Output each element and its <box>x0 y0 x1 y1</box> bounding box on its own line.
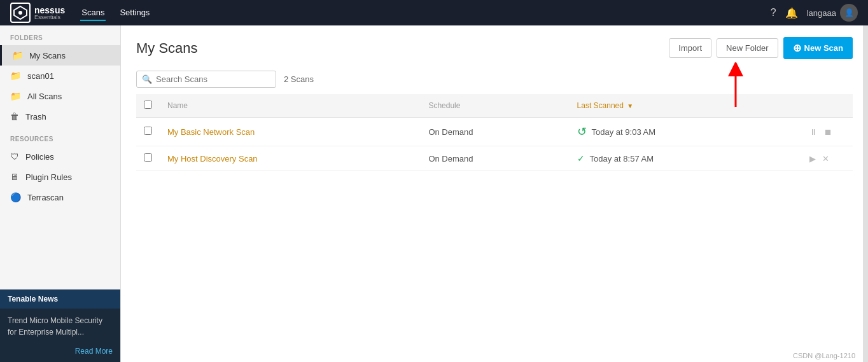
col-schedule: Schedule <box>421 94 569 118</box>
footer: CSDN @Lang-1210 <box>121 349 868 362</box>
scan-schedule-0: On Demand <box>421 118 569 146</box>
main-content: My Scans Import New Folder ⊕ New Scan 🔍 … <box>121 25 868 362</box>
stop-button-0[interactable]: ⏹ <box>824 127 832 137</box>
table-header-row: Name Schedule Last Scanned ▼ <box>136 94 853 118</box>
row-checkbox-0[interactable] <box>144 127 152 135</box>
import-button[interactable]: Import <box>669 38 711 58</box>
plugin-icon: 🖥 <box>10 172 19 182</box>
logo-name: nessus <box>34 6 65 15</box>
sidebar-item-scan01[interactable]: 📁 scan01 <box>0 66 120 86</box>
terrascan-icon: 🔵 <box>10 192 21 202</box>
scan-count: 2 Scans <box>284 74 314 84</box>
svg-point-1 <box>18 11 22 15</box>
sidebar-label-scan01: scan01 <box>27 71 54 81</box>
page-title: My Scans <box>136 40 198 57</box>
search-icon: 🔍 <box>142 74 152 84</box>
table-row: My Host Discovery ScanOn Demand✓Today at… <box>136 146 853 171</box>
logo-icon <box>10 3 31 23</box>
shield-icon: 🛡 <box>10 151 19 162</box>
tenable-news: Tenable News Trend Micro Mobile Security… <box>0 289 120 362</box>
status-running-icon-0: ↺ <box>577 125 587 139</box>
status-done-icon-1: ✓ <box>577 153 585 164</box>
logo[interactable]: nessus Essentials <box>10 3 65 23</box>
sidebar-label-allscans: All Scans <box>27 92 62 101</box>
trash-icon: 🗑 <box>10 111 19 122</box>
topnav: nessus Essentials Scans Settings ? 🔔 lan… <box>0 0 868 25</box>
select-all-checkbox[interactable] <box>144 101 152 109</box>
username: langaaa <box>807 8 836 18</box>
sidebar-label-myscans: My Scans <box>29 51 66 60</box>
sidebar-item-terrascan[interactable]: 🔵 Terrascan <box>0 187 120 207</box>
search-box[interactable]: 🔍 <box>136 71 276 88</box>
last-scanned-0: Today at 9:03 AM <box>592 127 655 137</box>
row-checkbox-1[interactable] <box>144 153 152 162</box>
user-menu[interactable]: langaaa 👤 <box>807 4 858 22</box>
footer-watermark: CSDN @Lang-1210 <box>793 352 855 359</box>
col-last-scanned-label: Last Scanned <box>577 101 624 110</box>
nav-settings[interactable]: Settings <box>118 5 151 21</box>
new-scan-plus-icon: ⊕ <box>793 42 801 54</box>
sidebar-label-pluginrules: Plugin Rules <box>25 172 72 182</box>
toolbar: 🔍 2 Scans <box>121 67 868 94</box>
sidebar-item-allscans[interactable]: 📁 All Scans <box>0 86 120 106</box>
avatar: 👤 <box>840 4 858 22</box>
search-input[interactable] <box>156 74 270 84</box>
bell-icon[interactable]: 🔔 <box>785 7 798 19</box>
sidebar-label-policies: Policies <box>25 152 54 162</box>
nav-scans[interactable]: Scans <box>80 5 106 21</box>
pause-button-0[interactable]: ⏸ <box>809 127 818 137</box>
help-icon[interactable]: ? <box>771 7 776 18</box>
sidebar-item-trash[interactable]: 🗑 Trash <box>0 106 120 127</box>
sidebar-item-pluginrules[interactable]: 🖥 Plugin Rules <box>0 167 120 187</box>
folder-icon-scan01: 📁 <box>10 71 21 81</box>
delete-button-1[interactable]: ✕ <box>822 154 829 164</box>
scan-name-1[interactable]: My Host Discovery Scan <box>167 154 258 164</box>
sidebar-label-terrascan: Terrascan <box>27 193 64 202</box>
sidebar-label-trash: Trash <box>25 112 46 122</box>
main-actions: Import New Folder ⊕ New Scan <box>669 37 853 59</box>
sidebar-item-policies[interactable]: 🛡 Policies <box>0 146 120 167</box>
resources-label: RESOURCES <box>0 127 120 146</box>
sidebar: FOLDERS 📁 My Scans 📁 scan01 📁 All Scans … <box>0 25 121 362</box>
scan-schedule-1: On Demand <box>421 146 569 171</box>
col-last-scanned[interactable]: Last Scanned ▼ <box>570 94 802 118</box>
play-button-1[interactable]: ▶ <box>809 154 816 164</box>
new-folder-button[interactable]: New Folder <box>717 38 778 58</box>
last-scanned-1: Today at 8:57 AM <box>590 154 654 164</box>
main-header: My Scans Import New Folder ⊕ New Scan <box>121 25 868 67</box>
sidebar-item-myscans[interactable]: 📁 My Scans <box>0 45 120 66</box>
news-body: Trend Micro Mobile Security for Enterpri… <box>0 309 120 344</box>
news-header: Tenable News <box>0 289 120 309</box>
new-scan-button[interactable]: ⊕ New Scan <box>783 37 853 59</box>
folder-icon-myscans: 📁 <box>12 50 23 60</box>
layout: FOLDERS 📁 My Scans 📁 scan01 📁 All Scans … <box>0 25 868 362</box>
table-row: My Basic Network ScanOn Demand↺Today at … <box>136 118 853 146</box>
sort-arrow-icon: ▼ <box>627 102 633 109</box>
nav-links: Scans Settings <box>80 5 771 21</box>
scan-name-0[interactable]: My Basic Network Scan <box>167 127 255 137</box>
scans-table: Name Schedule Last Scanned ▼ My Basic Ne… <box>136 94 853 171</box>
logo-sub: Essentials <box>34 15 65 20</box>
scans-table-wrap: Name Schedule Last Scanned ▼ My Basic Ne… <box>121 94 868 349</box>
topnav-right: ? 🔔 langaaa 👤 <box>771 4 858 22</box>
news-read-more[interactable]: Read More <box>0 344 120 362</box>
folder-icon-allscans: 📁 <box>10 91 21 101</box>
folders-label: FOLDERS <box>0 25 120 45</box>
col-name: Name <box>160 94 421 118</box>
scrollbar[interactable] <box>863 25 868 362</box>
new-scan-label: New Scan <box>804 43 843 53</box>
